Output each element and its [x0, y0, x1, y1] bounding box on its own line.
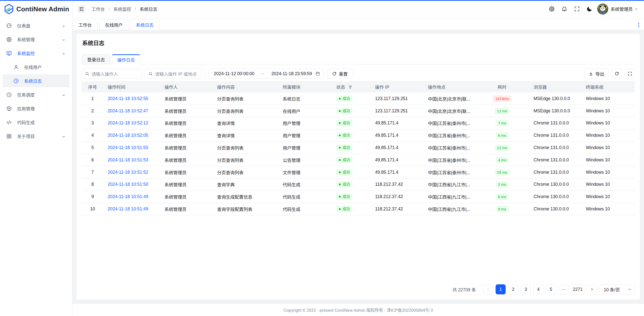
page-size-select[interactable]: 10 条/页 [599, 284, 635, 294]
cell-location: 中国|江苏省|泰州市|... [424, 166, 475, 178]
cell-ip: 123.117.129.251 [371, 93, 424, 105]
column-header: 操作人 [160, 81, 213, 93]
fullscreen-icon[interactable] [574, 6, 580, 12]
search-icon [148, 72, 153, 76]
cell-content: 查询字典 [213, 178, 279, 191]
sidebar-item[interactable]: 关于项目 [3, 130, 69, 143]
cell-operator: 系统管理员 [160, 154, 213, 166]
breadcrumb-item[interactable]: 工作台 [92, 6, 105, 12]
pagination-page-5[interactable]: 5 [546, 284, 556, 294]
username[interactable]: 系统管理员 [611, 6, 633, 12]
moon-icon[interactable] [587, 6, 592, 12]
sidebar-item[interactable]: 任务调度 [3, 88, 69, 101]
search-ip-input[interactable]: 请输入操作 IP 或地点 [145, 69, 205, 79]
page-tab[interactable]: 在线用户 [99, 20, 129, 30]
pagination-prev-button[interactable] [483, 284, 493, 294]
export-button[interactable]: 导出 [584, 69, 609, 79]
status-label: 成功 [343, 181, 350, 188]
cell-content: 分页查询列表 [213, 166, 279, 178]
cell-content: 分页查询列表 [213, 105, 279, 117]
cell-status: 成功 [332, 191, 371, 203]
pagination-next-button[interactable] [587, 284, 597, 294]
page-tab[interactable]: 工作台 [73, 20, 98, 30]
refresh-table-button[interactable] [612, 69, 622, 79]
date-start-value: 2024-11-12 00:00:00 [214, 71, 254, 76]
cell-status: 成功 [332, 93, 371, 105]
cell-status: 成功 [332, 105, 371, 117]
date-range-picker[interactable]: 2024-11-12 00:00:00 - 2024-11-18 23:59:5… [208, 69, 324, 79]
header-actions: 系统管理员 [542, 4, 638, 15]
column-header: 操作时间 [104, 81, 160, 93]
sidebar-item[interactable]: 代码生成 [3, 116, 69, 129]
cell-browser: MSEdge 130.0.0.0 [530, 105, 582, 117]
cell-time-link[interactable]: 2024-11-18 10:52:55 [104, 93, 160, 105]
cell-time-link[interactable]: 2024-11-18 10:51:49 [104, 203, 160, 215]
duration-badge: 12 ms [495, 108, 510, 114]
bell-icon[interactable] [561, 6, 567, 12]
sidebar-item-label: 关于项目 [17, 133, 62, 139]
duration-badge: 7 ms [496, 120, 509, 126]
cell-duration: 9 ms [475, 203, 530, 215]
duration-badge: 6 ms [496, 194, 509, 200]
cell-duration: 25 ms [475, 166, 530, 178]
cell-module: 公告管理 [279, 154, 332, 166]
sidebar-item[interactable]: 仪表盘 [3, 19, 69, 32]
logo[interactable]: ContiNew Admin [0, 0, 72, 18]
pagination-page-3[interactable]: 3 [521, 284, 531, 294]
cell-time-link[interactable]: 2024-11-18 10:52:05 [104, 129, 160, 142]
cell-time-link[interactable]: 2024-11-18 10:51:52 [104, 166, 160, 178]
sidebar-item[interactable]: 系统监控 [3, 47, 69, 60]
sidebar-item-label: 在线用户 [24, 64, 65, 70]
column-header: 浏览器 [530, 81, 582, 93]
cell-content: 分页查询列表 [213, 93, 279, 105]
tabbar-more-icon[interactable] [638, 23, 639, 27]
column-header: 终端系统 [582, 81, 635, 93]
page-tab[interactable]: 系统日志 [130, 20, 159, 30]
breadcrumb-item[interactable]: 系统日志 [140, 6, 157, 12]
cell-index: 2 [82, 105, 104, 117]
cell-location: 中国|北京|北京市|联... [424, 93, 475, 105]
cell-ip: 123.117.129.251 [371, 105, 424, 117]
chevron-down-icon [62, 38, 65, 41]
duration-badge: 25 ms [495, 169, 510, 175]
pagination-page-4[interactable]: 4 [533, 284, 543, 294]
cell-time-link[interactable]: 2024-11-18 10:51:55 [104, 142, 160, 154]
breadcrumb-item[interactable]: 系统监控 [113, 6, 131, 12]
filters: 请输入操作人 请输入操作 IP 或地点 2024-11-12 00:00:00 … [82, 69, 353, 79]
pagination-page-2271[interactable]: 2271 [571, 284, 584, 294]
pagination-page-2[interactable]: 2 [508, 284, 518, 294]
cell-time-link[interactable]: 2024-11-18 10:51:53 [104, 154, 160, 166]
logo-text: ContiNew Admin [16, 5, 69, 13]
sidebar-item[interactable]: 系统管理 [3, 33, 69, 46]
sidebar-item[interactable]: 应用管理 [3, 102, 69, 115]
cell-module: 代码生成 [279, 191, 332, 203]
log-tab[interactable]: 操作日志 [112, 54, 140, 64]
cell-operator: 系统管理员 [160, 142, 213, 154]
table-header-row: 序号操作时间操作人操作内容所属模块状态操作 IP操作地点耗时浏览器终端系统 [82, 81, 635, 93]
settings-icon[interactable] [549, 6, 555, 12]
gear-icon [6, 37, 12, 42]
table-row: 92024-11-18 10:51:49系统管理员查询生成配置信息代码生成成功1… [82, 191, 635, 203]
sidebar-collapse-button[interactable] [77, 5, 86, 13]
cell-time-link[interactable]: 2024-11-18 10:51:50 [104, 178, 160, 191]
pagination-ellipsis[interactable]: ··· [558, 284, 569, 294]
log-tab[interactable]: 登录日志 [82, 54, 110, 64]
status-label: 成功 [343, 96, 350, 102]
table-body: 12024-11-18 10:52:55系统管理员分页查询列表系统日志成功123… [82, 93, 635, 215]
cell-operator: 系统管理员 [160, 166, 213, 178]
pagination: 共 22709 条 12345···2271 10 条/页 [453, 284, 635, 294]
sidebar-item[interactable]: 系统日志 [3, 74, 69, 87]
status-filter-icon[interactable] [348, 85, 352, 89]
cell-time-link[interactable]: 2024-11-18 10:52:12 [104, 117, 160, 129]
avatar[interactable] [597, 4, 608, 15]
user-icon [13, 64, 19, 70]
reset-button[interactable]: 重置 [327, 69, 353, 79]
sidebar-item[interactable]: 在线用户 [3, 61, 69, 73]
search-operator-input[interactable]: 请输入操作人 [82, 69, 142, 79]
pagination-page-1[interactable]: 1 [496, 284, 506, 294]
logo-icon [4, 4, 14, 14]
fullscreen-table-button[interactable] [625, 69, 635, 79]
cell-index: 5 [82, 142, 104, 154]
cell-time-link[interactable]: 2024-11-18 10:52:47 [104, 105, 160, 117]
cell-time-link[interactable]: 2024-11-18 10:51:49 [104, 191, 160, 203]
